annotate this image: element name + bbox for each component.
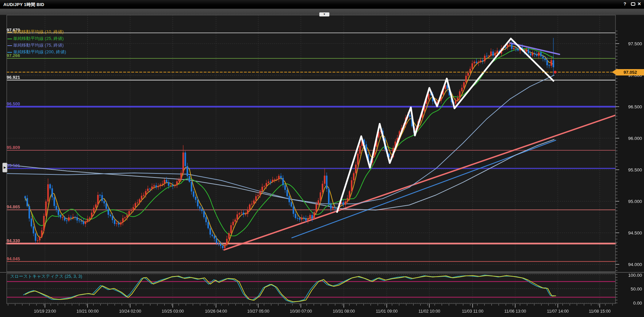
stoch-axis-label: 0.00 <box>633 301 642 306</box>
trading-chart-window: AUD/JPY 1時間 BID ? ✕ ▼ ▶ 単純移動平均線 (10, 終値)… <box>0 0 644 317</box>
price-axis-label: 97.500 <box>628 41 642 46</box>
time-axis-label: 10/31 08:00 <box>333 309 355 314</box>
ma75-line-swatch <box>7 45 12 46</box>
price-axis-label: 96.500 <box>628 104 642 109</box>
price-axis-label: 96.000 <box>628 136 642 141</box>
ma200-legend-label: 単純移動平均線 (200, 終値) <box>13 49 66 54</box>
time-axis-label: 11/01 09:00 <box>376 309 397 314</box>
time-axis-label: 11/02 10:00 <box>418 309 440 314</box>
time-axis-label: 10/19 23:00 <box>34 309 56 314</box>
price-axis-label: 95.500 <box>628 167 642 172</box>
price-level-label: 95.521 <box>7 163 20 168</box>
time-axis-label: 10/21 00:00 <box>76 309 99 314</box>
ma-legend-row: 単純移動平均線 (200, 終値) <box>7 49 66 55</box>
ma25-legend-label: 単純移動平均線 (25, 終値) <box>13 36 64 41</box>
time-axis-label: 11/07 14:00 <box>547 309 569 314</box>
time-axis-label: 11/03 11:00 <box>462 309 483 314</box>
ma10-legend-label: 単純移動平均線 (10, 終値) <box>13 29 64 34</box>
time-axis-label: 11/08 15:00 <box>589 309 610 314</box>
price-level-label: 96.921 <box>7 74 20 80</box>
current-price-arrow-icon <box>612 69 616 75</box>
price-level-label: 95.809 <box>7 145 20 150</box>
sidebar-expand-handle[interactable]: ▶ <box>2 163 7 172</box>
ma-legend-row: 単純移動平均線 (75, 終値) <box>7 42 64 48</box>
ma-legend-row: 単純移動平均線 (10, 終値) <box>7 29 64 35</box>
current-price-badge: 97.052 <box>616 69 644 75</box>
ma200-line-swatch <box>7 52 12 53</box>
time-axis-label: 10/24 02:00 <box>119 309 141 314</box>
stoch-axis-label: 50.00 <box>631 286 642 291</box>
ma25-line-swatch <box>7 39 12 39</box>
price-chart-canvas[interactable] <box>0 0 644 317</box>
price-axis-label: 95.000 <box>628 199 642 204</box>
stoch-axis-label: 100.00 <box>628 273 642 278</box>
price-axis-label: 94.000 <box>628 262 642 267</box>
time-axis-label: 11/06 13:00 <box>504 309 526 314</box>
toolbar-collapse-button[interactable]: ▼ <box>319 12 329 16</box>
price-level-label: 96.500 <box>7 101 20 106</box>
stochastics-legend-label: スローストキャスティクス (25, 3, 3) <box>10 273 82 279</box>
price-level-label: 94.865 <box>7 204 20 209</box>
price-axis-label: 94.500 <box>628 230 642 235</box>
time-axis-label: 10/30 07:00 <box>290 309 312 314</box>
time-axis-label: 10/27 05:00 <box>247 309 269 314</box>
ma10-line-swatch <box>7 32 12 33</box>
ma-legend-row: 単純移動平均線 (25, 終値) <box>7 36 64 42</box>
time-axis-label: 10/26 04:00 <box>205 309 227 314</box>
time-axis-label: 10/25 03:00 <box>162 309 184 314</box>
ma75-legend-label: 単純移動平均線 (75, 終値) <box>13 43 64 48</box>
price-level-label: 94.330 <box>7 238 20 243</box>
price-level-label: 94.045 <box>7 256 20 261</box>
